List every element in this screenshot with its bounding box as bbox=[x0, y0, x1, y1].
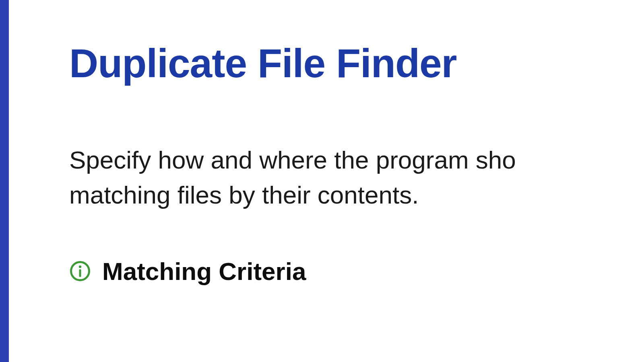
window-left-border bbox=[0, 0, 9, 362]
matching-criteria-label: Matching Criteria bbox=[102, 257, 306, 286]
page-description-line-1: Specify how and where the program sho bbox=[69, 143, 644, 178]
svg-point-1 bbox=[79, 265, 81, 268]
page-description: Specify how and where the program sho ma… bbox=[69, 143, 644, 213]
page-content: Duplicate File Finder Specify how and wh… bbox=[9, 0, 644, 362]
page-description-line-2: matching files by their contents. bbox=[69, 178, 644, 213]
info-icon[interactable] bbox=[69, 260, 91, 282]
matching-criteria-header: Matching Criteria bbox=[69, 257, 644, 286]
page-title: Duplicate File Finder bbox=[69, 40, 644, 86]
